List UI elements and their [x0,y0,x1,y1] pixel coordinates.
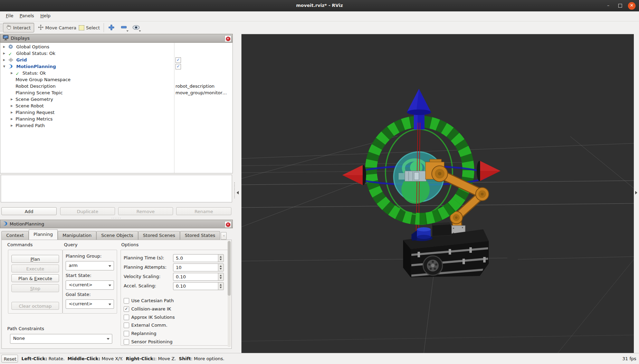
reset-button[interactable]: Reset [1,355,18,363]
tree-row-planning-metrics[interactable]: ▶Planning Metrics [0,116,232,122]
spinner-down-icon[interactable] [220,268,222,270]
collapse-left-icon[interactable] [237,191,239,194]
interact-tool-button[interactable]: Interact [3,23,34,32]
tab-scene-objects[interactable]: Scene Objects [96,231,138,240]
maximize-button[interactable] [616,2,624,10]
move-camera-tool-button[interactable]: Move Camera [35,23,80,32]
tree-row-move-group-namespace[interactable]: Move Group Namespace [0,76,232,83]
goal-state-dropdown[interactable]: <current> [66,299,114,309]
close-button[interactable]: ✕ [628,2,636,10]
zoom-in-icon[interactable] [106,23,116,32]
spinner-down-icon[interactable] [220,277,222,279]
collapse-arrow-icon[interactable]: ▼ [2,63,6,70]
tab-planning[interactable]: Planning [29,229,58,240]
execute-button[interactable]: Execute [11,265,59,272]
expand-arrow-icon[interactable]: ▶ [10,122,13,129]
expand-arrow-icon[interactable]: ▶ [2,50,6,57]
tree-row-motionplanning[interactable]: ▼MotionPlanning✓ [0,63,232,70]
tree-row-scene-geometry[interactable]: ▶Scene Geometry [0,96,232,103]
stop-button[interactable]: Stop [11,284,59,292]
plan-and-execute-button[interactable]: Plan & Execute [11,274,59,282]
planning-time-s-input[interactable]: 5.0 [173,254,224,262]
displays-close-button[interactable]: ✕ [225,35,231,42]
spinner-buttons[interactable] [218,264,223,271]
expand-arrow-icon[interactable]: ▶ [10,116,13,122]
spinner-buttons[interactable] [218,282,223,290]
tab-stored-states[interactable]: Stored States [180,231,220,240]
option-checkbox-collision-aware-ik[interactable]: ✓Collision-aware IK [124,306,224,312]
expand-arrow-icon[interactable]: ▶ [10,96,13,103]
tree-row-value[interactable]: move_group/monitor… [175,89,227,96]
plan-button[interactable]: Plan [11,255,59,263]
minimize-button[interactable]: – [604,2,612,10]
option-checkbox-sensor-positioning[interactable]: Sensor Positioning [124,339,224,345]
tab-stored-scenes[interactable]: Stored Scenes [138,231,180,240]
displays-panel-header[interactable]: Displays ✕ [0,34,233,42]
tree-row-grid[interactable]: ▶Grid✓ [0,57,232,63]
menu-help[interactable]: Help [37,11,54,20]
tree-row-scene-robot[interactable]: ▶Scene Robot [0,103,232,109]
motionplanning-close-button[interactable]: ✕ [225,221,231,228]
clear-octomap-button[interactable]: Clear octomap [11,302,59,310]
path-constraints-dropdown[interactable]: None [10,334,112,344]
expand-right-icon[interactable] [635,191,637,194]
spinner-up-icon[interactable] [220,284,222,286]
tree-row-robot-description[interactable]: Robot Descriptionrobot_description [0,83,232,89]
checkbox[interactable] [124,331,129,336]
tree-row-planning-scene-topic[interactable]: Planning Scene Topicmove_group/monitor… [0,89,232,96]
tab-scroll-left-icon[interactable]: ◂ [221,232,227,240]
checkbox[interactable] [124,339,129,345]
title-bar[interactable]: moveit.rviz* - RViz – ✕ [0,0,639,12]
duplicate-button[interactable]: Duplicate [60,207,115,215]
start-state-dropdown[interactable]: <current> [66,280,114,290]
menu-file[interactable]: File [3,11,17,20]
planning-group-dropdown[interactable]: arm [66,261,114,270]
spinner-up-icon[interactable] [220,256,222,258]
checkbox[interactable] [124,323,129,328]
add-button[interactable]: Add [1,207,57,215]
panel-viewport-splitter[interactable] [233,34,241,353]
velocity-scaling-input[interactable]: 0.10 [173,273,224,281]
tree-row-value[interactable]: robot_description [175,83,214,89]
spinner-down-icon[interactable] [220,259,222,260]
option-checkbox-approx-ik-solutions[interactable]: Approx IK Solutions [124,314,224,320]
tree-row-status-ok[interactable]: ▶✓Status: Ok [0,70,232,76]
menu-panels[interactable]: Panels [17,11,37,20]
spinner-buttons[interactable] [218,255,223,262]
option-checkbox-replanning[interactable]: Replanning [124,331,224,337]
remove-button[interactable]: Remove [118,207,173,215]
motionplanning-panel-header[interactable]: MotionPlanning ✕ [0,220,233,228]
3d-viewport[interactable] [241,34,634,353]
spinner-buttons[interactable] [218,273,223,280]
tree-row-global-options[interactable]: ▶Global Options [0,44,232,50]
splitter-grip[interactable] [234,182,236,198]
expand-arrow-icon[interactable]: ▶ [10,70,13,76]
rename-button[interactable]: Rename [176,207,231,215]
enabled-checkbox[interactable]: ✓ [175,57,181,63]
expand-arrow-icon[interactable]: ▶ [2,57,6,63]
accel-scaling-input[interactable]: 0.10 [173,282,224,290]
panel-splitter-handle[interactable]: ······ [0,217,233,220]
tree-row-global-status-ok[interactable]: ▶✓Global Status: Ok [0,50,232,57]
enabled-checkbox[interactable]: ✓ [175,64,181,69]
tab-manipulation[interactable]: Manipulation [58,231,96,240]
zoom-out-menu-arrow-icon[interactable] [126,30,128,32]
right-edge-strip[interactable] [634,34,639,353]
pane-scrollbar[interactable] [228,241,231,347]
tab-context[interactable]: Context [1,231,29,240]
expand-arrow-icon[interactable]: ▶ [10,103,13,109]
spinner-up-icon[interactable] [220,265,222,267]
tree-row-planning-request[interactable]: ▶Planning Request [0,109,232,116]
tree-row-planned-path[interactable]: ▶Planned Path [0,122,232,129]
spinner-up-icon[interactable] [220,275,222,276]
spinner-down-icon[interactable] [220,287,222,288]
expand-arrow-icon[interactable]: ▶ [10,109,13,116]
scrollbar-thumb[interactable] [228,241,231,296]
option-checkbox-use-cartesian-path[interactable]: Use Cartesian Path [124,298,224,304]
option-checkbox-external-comm[interactable]: External Comm. [124,322,224,328]
checkbox[interactable] [124,315,129,320]
checkbox[interactable]: ✓ [124,306,129,312]
checkbox[interactable] [124,298,129,304]
expand-arrow-icon[interactable]: ▶ [2,44,6,50]
planning-attempts-input[interactable]: 10 [173,264,224,271]
